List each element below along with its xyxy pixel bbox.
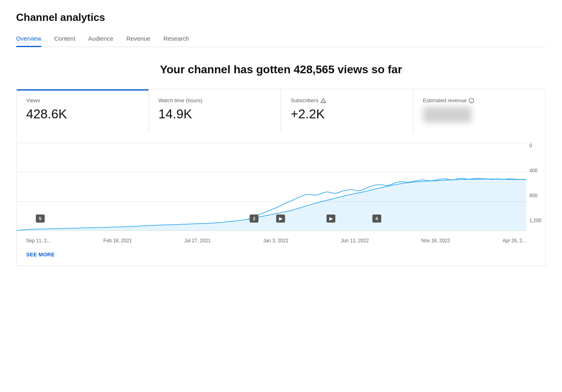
page-title: Channel analytics	[16, 11, 546, 24]
metric-subscribers[interactable]: Subscribers +2.2K	[281, 89, 413, 132]
metric-watch-time-value: 14.9K	[159, 107, 271, 122]
chart-svg	[17, 139, 526, 235]
tab-content[interactable]: Content	[54, 35, 76, 47]
metric-revenue[interactable]: Estimated revenue i — — —	[413, 89, 546, 132]
chart-svg-wrap: 5 2 ▶ ▶ 4	[17, 139, 545, 235]
metrics-row: Views 428.6K Watch time (hours) 14.9K Su…	[17, 89, 545, 132]
analytics-card: Views 428.6K Watch time (hours) 14.9K Su…	[16, 89, 546, 266]
metric-views[interactable]: Views 428.6K	[17, 89, 149, 132]
chart-area: 5 2 ▶ ▶ 4	[17, 132, 545, 243]
metric-views-value: 428.6K	[26, 107, 139, 122]
metric-revenue-label: Estimated revenue i	[423, 97, 536, 103]
warning-icon	[320, 98, 326, 103]
see-more-link[interactable]: SEE MORE	[17, 243, 64, 266]
tab-revenue[interactable]: Revenue	[126, 35, 151, 47]
metric-subscribers-value: +2.2K	[291, 107, 403, 122]
metric-views-label: Views	[26, 97, 139, 103]
x-axis-labels: Sep 11, 2... Feb 18, 2021 Jul 27, 2021 J…	[17, 235, 545, 243]
tab-overview[interactable]: Overview	[16, 35, 41, 47]
tab-audience[interactable]: Audience	[88, 35, 114, 47]
svg-point-2	[323, 101, 323, 102]
tab-research[interactable]: Research	[163, 35, 189, 47]
metric-revenue-value: — — —	[423, 107, 471, 123]
metric-watch-time[interactable]: Watch time (hours) 14.9K	[149, 89, 281, 132]
metric-subscribers-label: Subscribers	[291, 97, 403, 103]
info-icon: i	[469, 98, 474, 103]
tabs-nav: Overview Content Audience Revenue Resear…	[16, 35, 546, 47]
channel-summary-headline: Your channel has gotten 428,565 views so…	[16, 63, 546, 76]
metric-watch-time-label: Watch time (hours)	[159, 97, 271, 103]
y-axis-labels: 1,200 800 400 0	[526, 139, 545, 235]
svg-text:i: i	[471, 99, 472, 103]
